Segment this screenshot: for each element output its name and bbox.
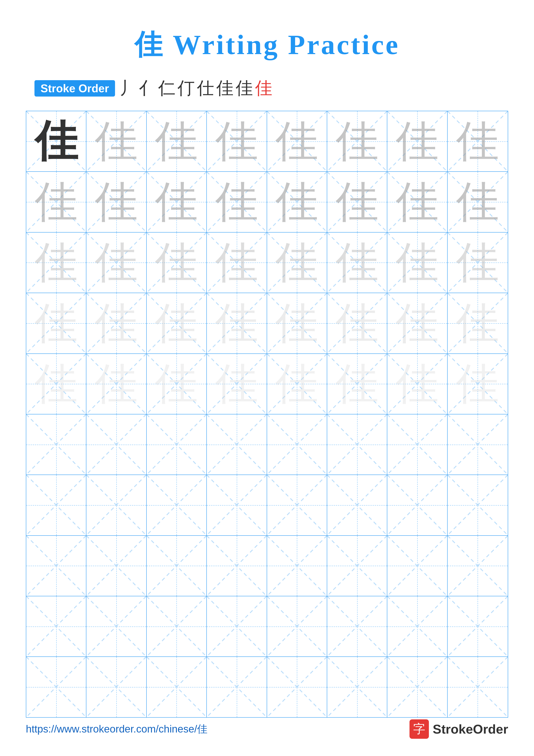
grid-cell[interactable] [147,596,207,657]
grid-cell[interactable]: 佳 [26,232,87,293]
grid-cell[interactable] [387,415,447,474]
grid-cell[interactable]: 佳 [327,293,387,353]
grid-cell[interactable] [327,536,387,596]
logo-icon: 字 [410,719,429,739]
grid-row: 佳佳佳佳佳佳佳佳 [26,111,508,172]
grid-cell[interactable]: 佳 [207,293,267,353]
practice-char: 佳 [275,362,318,405]
grid-cell[interactable]: 佳 [26,172,87,232]
grid-cell[interactable]: 佳 [26,354,87,414]
grid-cell[interactable]: 佳 [447,354,508,414]
grid-cell[interactable] [87,657,146,717]
grid-cell[interactable] [267,536,327,596]
grid-cell[interactable]: 佳 [26,293,87,353]
svg-line-158 [447,657,508,717]
practice-char: 佳 [35,302,78,345]
grid-cell[interactable] [387,657,447,717]
grid-cell[interactable] [26,536,87,596]
grid-cell[interactable] [147,475,207,535]
grid-cell[interactable]: 佳 [267,111,327,171]
practice-char: 佳 [275,241,318,284]
svg-line-85 [147,415,206,474]
grid-cell[interactable] [327,475,387,535]
grid-cell[interactable] [26,657,87,717]
grid-cell[interactable]: 佳 [207,172,267,232]
svg-line-143 [447,596,508,657]
grid-cell[interactable] [147,415,207,474]
grid-cell[interactable] [207,536,267,596]
grid-cell[interactable]: 佳 [267,354,327,414]
grid-cell[interactable]: 佳 [447,172,508,232]
practice-char: 佳 [215,241,258,284]
grid-cell[interactable] [87,475,146,535]
grid-cell[interactable]: 佳 [387,354,447,414]
grid-cell[interactable] [267,475,327,535]
grid-cell[interactable]: 佳 [207,354,267,414]
grid-cell[interactable]: 佳 [87,232,146,293]
grid-cell[interactable]: 佳 [87,111,146,171]
grid-cell[interactable] [207,415,267,474]
grid-cell[interactable] [447,475,508,535]
grid-cell[interactable] [327,657,387,717]
grid-cell[interactable]: 佳 [387,111,447,171]
grid-cell[interactable] [26,475,87,535]
svg-line-122 [327,536,387,596]
grid-cell[interactable]: 佳 [387,232,447,293]
grid-cell[interactable]: 佳 [207,111,267,171]
grid-cell[interactable] [447,657,508,717]
grid-cell[interactable] [327,415,387,474]
svg-line-90 [327,415,387,474]
grid-cell[interactable] [87,415,146,474]
grid-cell[interactable]: 佳 [147,172,207,232]
grid-cell[interactable]: 佳 [447,111,508,171]
grid-cell[interactable]: 佳 [447,232,508,293]
grid-cell[interactable]: 佳 [327,172,387,232]
svg-line-109 [387,475,447,535]
grid-cell[interactable]: 佳 [447,293,508,353]
grid-cell[interactable] [447,415,508,474]
grid-cell[interactable]: 佳 [387,172,447,232]
grid-cell[interactable] [87,536,146,596]
grid-cell[interactable]: 佳 [147,111,207,171]
svg-line-144 [26,657,86,717]
grid-cell[interactable]: 佳 [147,232,207,293]
grid-cell[interactable]: 佳 [327,354,387,414]
svg-line-135 [207,596,267,657]
grid-cell[interactable] [26,596,87,657]
grid-cell[interactable]: 佳 [26,111,87,171]
grid-cell[interactable]: 佳 [147,293,207,353]
grid-cell[interactable] [387,596,447,657]
grid-cell[interactable]: 佳 [87,354,146,414]
grid-cell[interactable]: 佳 [267,293,327,353]
grid-cell[interactable] [147,536,207,596]
svg-line-105 [267,475,327,535]
svg-line-145 [26,657,86,717]
grid-cell[interactable] [207,657,267,717]
grid-cell[interactable]: 佳 [327,232,387,293]
grid-cell[interactable] [207,475,267,535]
grid-cell[interactable] [447,596,508,657]
grid-cell[interactable]: 佳 [267,232,327,293]
grid-cell[interactable] [267,657,327,717]
grid-cell[interactable] [267,415,327,474]
grid-cell[interactable] [327,596,387,657]
grid-cell[interactable] [147,657,207,717]
title-section: 佳 Writing Practice [26,26,508,64]
grid-cell[interactable] [387,475,447,535]
grid-cell[interactable] [447,536,508,596]
grid-cell[interactable] [26,415,87,474]
grid-cell[interactable]: 佳 [327,111,387,171]
grid-cell[interactable] [207,596,267,657]
grid-cell[interactable]: 佳 [387,293,447,353]
grid-cell[interactable]: 佳 [267,172,327,232]
svg-line-101 [147,475,206,535]
grid-cell[interactable]: 佳 [87,172,146,232]
grid-cell[interactable] [387,536,447,596]
grid-cell[interactable] [87,596,146,657]
grid-cell[interactable]: 佳 [207,232,267,293]
grid-cell[interactable]: 佳 [147,354,207,414]
grid-cell[interactable]: 佳 [87,293,146,353]
grid-cell[interactable] [267,596,327,657]
stroke-5: 仕 [197,77,214,100]
svg-line-114 [87,536,146,596]
